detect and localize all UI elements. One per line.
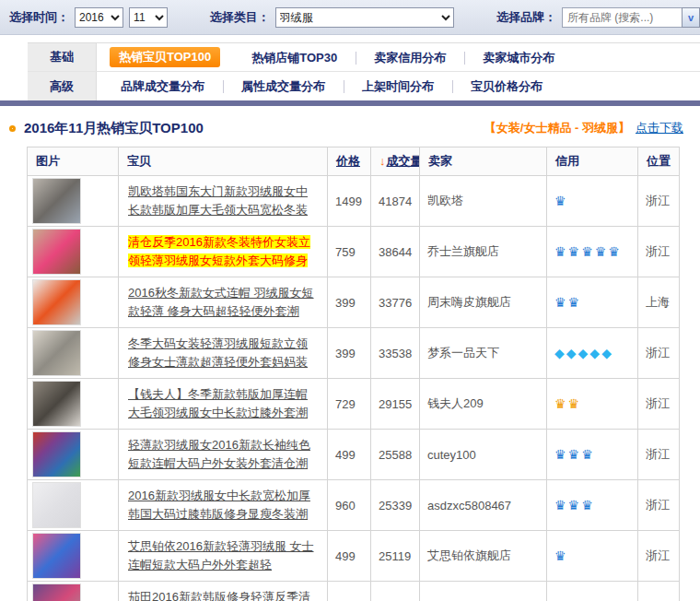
tab-卖家信用分布[interactable]: 卖家信用分布 <box>356 43 464 72</box>
product-thumbnail[interactable] <box>32 583 81 601</box>
location-cell: 浙江 <box>638 430 680 480</box>
credit-crown-icon: ♛ <box>568 244 580 259</box>
credit-crown-icon: ♛ <box>581 244 593 259</box>
col-header-price-sort[interactable]: 价格 <box>336 154 360 168</box>
credit-cell: ◆◆◆◆◆ <box>547 328 638 379</box>
col-header-image: 图片 <box>28 147 119 176</box>
product-title-link[interactable]: 凯欧塔韩国东大门新款羽绒服女中长款韩版加厚大毛领大码宽松冬装 <box>128 184 308 217</box>
location-cell: 上海 <box>638 277 680 328</box>
product-thumbnail[interactable] <box>32 279 81 325</box>
credit-cell: ♛♛♛ <box>547 430 638 480</box>
tab-宝贝价格分布[interactable]: 宝贝价格分布 <box>452 72 561 100</box>
credit-cell: ♛♛ <box>547 379 638 430</box>
tab-品牌成交量分布[interactable]: 品牌成交量分布 <box>102 72 223 100</box>
tab-属性成交量分布[interactable]: 属性成交量分布 <box>223 72 344 100</box>
location-cell: 浙江 <box>638 176 680 227</box>
product-title-link[interactable]: 2016新款羽绒服女中长款宽松加厚韩国大码过膝韩版修身显瘦冬装潮 <box>128 489 310 521</box>
product-thumbnail[interactable] <box>32 381 81 427</box>
price-cell: 399 <box>328 328 371 379</box>
product-title-link[interactable]: 冬季大码女装轻薄羽绒服短款立领修身女士薄款超薄轻便外套妈妈装 <box>128 336 308 369</box>
month-select[interactable]: 11 <box>129 7 168 28</box>
price-cell: 759 <box>328 227 371 277</box>
credit-diamond-icon: ◆ <box>578 346 589 360</box>
sort-descending-icon: ↓ <box>379 154 386 168</box>
volume-cell: 25119 <box>371 531 420 582</box>
product-title-link[interactable]: 2016秋冬新款女式连帽 羽绒服女短款轻薄 修身大码超轻轻便外套潮 <box>128 286 314 318</box>
location-cell: 浙江 <box>638 531 680 582</box>
product-thumbnail[interactable] <box>32 330 81 376</box>
table-row: 清仓反季2016新款冬装特价女装立领轻薄羽绒服女短款外套大码修身75938644… <box>28 227 680 277</box>
product-thumbnail[interactable] <box>32 533 81 579</box>
price-cell: 960 <box>328 480 371 531</box>
credit-crown-icon: ♛ <box>581 498 593 513</box>
seller-cell: 艾思铂依旗舰店 <box>420 531 547 582</box>
brand-search-input[interactable] <box>562 7 682 28</box>
seller-cell: 凯欧塔 <box>420 176 547 227</box>
table-row: 【钱夫人】冬季新款韩版加厚连帽大毛领羽绒服女中长款过膝外套潮72929155钱夫… <box>28 379 680 430</box>
credit-diamond-icon: ◆ <box>601 346 612 360</box>
product-title-link[interactable]: 艾思铂依2016新款轻薄羽绒服 女士连帽短款大码户外外套超轻 <box>128 539 314 572</box>
volume-cell: 25339 <box>371 480 420 531</box>
price-cell: 499 <box>328 531 371 582</box>
basic-group-label: 基础 <box>28 43 97 71</box>
seller-cell: 钱夫人209 <box>420 379 547 430</box>
price-cell: 499 <box>328 430 371 480</box>
table-row: 茄田2016新款韩版修身轻薄反季清仓羽绒服女短款连♛♛ <box>28 582 680 601</box>
tab-卖家城市分布[interactable]: 卖家城市分布 <box>464 43 573 72</box>
credit-crown-icon: ♛ <box>581 447 593 462</box>
price-cell: 399 <box>328 277 371 328</box>
table-header-row: 图片 宝贝 价格 ↓成交量 卖家 信用 位置 <box>28 147 680 176</box>
credit-diamond-icon: ◆ <box>566 346 577 360</box>
volume-cell: 33538 <box>371 328 420 379</box>
category-select[interactable]: 羽绒服 <box>275 7 454 28</box>
table-row: 2016新款羽绒服女中长款宽松加厚韩国大码过膝韩版修身显瘦冬装潮96025339… <box>28 480 680 531</box>
seller-cell: asdzxc5808467 <box>420 480 547 531</box>
credit-crown-icon: ♛ <box>595 244 607 259</box>
product-title-link[interactable]: 【钱夫人】冬季新款韩版加厚连帽大毛领羽绒服女中长款过膝外套潮 <box>128 387 308 419</box>
credit-crown-icon: ♛ <box>554 447 566 462</box>
product-thumbnail[interactable] <box>32 229 81 275</box>
table-row: 轻薄款羽绒服女2016新款长袖纯色短款连帽大码户外女装外套清仓潮49925588… <box>28 430 680 480</box>
product-title-link[interactable]: 清仓反季2016新款冬装特价女装立领轻薄羽绒服女短款外套大码修身 <box>128 235 310 267</box>
product-title-link[interactable]: 茄田2016新款韩版修身轻薄反季清仓羽绒服女短款连 <box>128 590 310 601</box>
bullet-icon <box>9 125 16 132</box>
time-filter-label: 选择时间： <box>9 9 69 26</box>
volume-cell: 38644 <box>371 227 420 277</box>
location-cell <box>638 582 680 601</box>
download-link[interactable]: 点击下载 <box>636 120 683 136</box>
filter-toolbar: 选择时间： 2016 11 选择类目： 羽绒服 选择品牌： v <box>0 0 700 35</box>
seller-cell <box>420 582 547 601</box>
price-cell <box>328 582 371 601</box>
advanced-tab-row: 高级 品牌成交量分布属性成交量分布上架时间分布宝贝价格分布 <box>28 72 700 100</box>
credit-crown-icon: ♛ <box>568 447 580 462</box>
credit-crown-icon: ♛ <box>568 498 580 513</box>
product-thumbnail[interactable] <box>32 178 81 224</box>
product-title-link[interactable]: 轻薄款羽绒服女2016新款长袖纯色短款连帽大码户外女装外套清仓潮 <box>128 438 310 470</box>
year-select[interactable]: 2016 <box>75 7 123 28</box>
seller-cell: cutey100 <box>420 430 547 480</box>
basic-tab-row: 基础 热销宝贝TOP100热销店铺TOP30卖家信用分布卖家城市分布 <box>28 43 700 72</box>
brand-dropdown-button[interactable]: v <box>682 7 700 28</box>
location-cell: 浙江 <box>638 480 680 531</box>
section-heading: 2016年11月热销宝贝TOP100 【女装/女士精品 - 羽绒服】 点击下载 <box>9 118 691 138</box>
table-row: 2016秋冬新款女式连帽 羽绒服女短款轻薄 修身大码超轻轻便外套潮3993377… <box>28 277 680 328</box>
product-thumbnail[interactable] <box>32 482 81 528</box>
tab-热销宝贝TOP100[interactable]: 热销宝贝TOP100 <box>110 47 220 67</box>
tab-热销店铺TOP30[interactable]: 热销店铺TOP30 <box>233 43 356 72</box>
chevron-down-icon: v <box>688 12 694 23</box>
tab-上架时间分布[interactable]: 上架时间分布 <box>344 72 452 100</box>
location-cell: 浙江 <box>638 227 680 277</box>
volume-cell: 25588 <box>371 430 420 480</box>
credit-cell: ♛ <box>547 176 638 227</box>
credit-crown-icon: ♛ <box>554 244 566 259</box>
table-row: 冬季大码女装轻薄羽绒服短款立领修身女士薄款超薄轻便外套妈妈装39933538梦系… <box>28 328 680 379</box>
page-title: 2016年11月热销宝贝TOP100 <box>24 120 204 137</box>
credit-crown-icon: ♛ <box>554 396 566 411</box>
category-filter-label: 选择类目： <box>210 9 270 26</box>
report-tabs: 基础 热销宝贝TOP100热销店铺TOP30卖家信用分布卖家城市分布 高级 品牌… <box>0 42 700 106</box>
volume-cell: 41874 <box>371 176 420 227</box>
col-header-volume-sort[interactable]: 成交量 <box>387 154 420 168</box>
table-row: 凯欧塔韩国东大门新款羽绒服女中长款韩版加厚大毛领大码宽松冬装149941874凯… <box>28 176 680 227</box>
product-thumbnail[interactable] <box>32 431 81 477</box>
col-header-location: 位置 <box>638 147 680 176</box>
